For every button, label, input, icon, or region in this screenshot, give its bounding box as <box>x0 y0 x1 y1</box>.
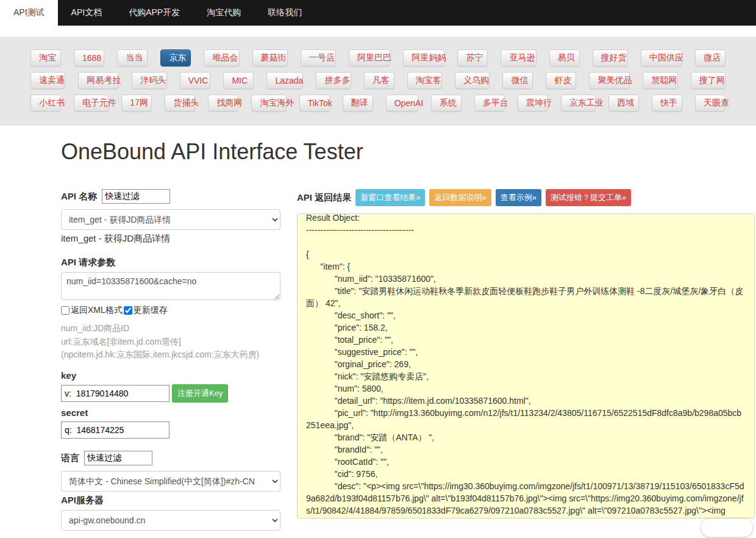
platform-button[interactable]: 系统 <box>431 95 462 112</box>
xml-format-checkbox[interactable] <box>61 306 70 315</box>
platform-button[interactable]: 京东 <box>160 49 191 66</box>
api-server-label: API服务器 <box>61 495 280 506</box>
platform-button[interactable]: 淘宝客 <box>407 72 442 89</box>
platform-section: 淘宝1688当当京东唯品会蘑菇街一号店阿里巴巴阿里妈妈苏宁亚马逊易贝搜好货中国供… <box>0 37 756 126</box>
platform-button[interactable]: 亚马逊 <box>501 49 536 66</box>
platform-button[interactable]: 阿里巴巴 <box>349 49 390 66</box>
platform-button[interactable]: 义乌购 <box>455 72 490 89</box>
params-help-text: num_iid:JD商品ID url:京东域名[非item.jd.com需传] … <box>61 322 280 362</box>
api-name-filter-input[interactable] <box>102 189 170 204</box>
refresh-cache-option[interactable]: 更新缓存 <box>124 305 168 316</box>
platform-button[interactable]: 震坤行 <box>518 95 548 112</box>
platform-button[interactable]: 网易考拉 <box>78 72 119 89</box>
xml-format-label: 返回XML格式 <box>71 305 123 316</box>
language-label: 语言 <box>61 453 79 464</box>
platform-button[interactable]: 聚美优品 <box>589 72 630 89</box>
platform-button[interactable]: 小红书 <box>30 95 61 112</box>
request-params-input[interactable]: num_iid=10335871600&cache=no <box>61 272 280 300</box>
platform-button[interactable]: 电子元件 <box>74 95 109 112</box>
api-method-select[interactable]: item_get - 获得JD商品详情 <box>61 209 280 230</box>
api-name-label: API 名称 <box>61 191 97 203</box>
result-action-button-3[interactable]: 测试报错？提交工单» <box>546 189 631 206</box>
request-form: API 名称 item_get - 获得JD商品详情 item_get - 获得… <box>61 189 280 538</box>
main-content: OneBound API Interface Tester API 名称 ite… <box>0 126 756 538</box>
platform-button[interactable]: 京东工业 <box>561 95 596 112</box>
platform-button[interactable]: 天眼查 <box>695 95 726 112</box>
platform-button[interactable]: 搜好货 <box>593 49 628 66</box>
result-action-button-2[interactable]: 查看示例» <box>496 189 541 206</box>
platform-button[interactable]: 17网 <box>121 95 152 112</box>
platform-button[interactable]: 阿里妈妈 <box>403 49 444 66</box>
platform-button[interactable]: 唯品会 <box>204 49 239 66</box>
platform-button[interactable]: 快手 <box>652 95 682 112</box>
api-server-select[interactable]: api-gw.onebound.cn <box>61 510 280 531</box>
key-input[interactable] <box>61 385 169 402</box>
platform-button[interactable]: 多平台 <box>474 95 505 112</box>
refresh-cache-label: 更新缓存 <box>134 305 168 316</box>
register-key-button[interactable]: 注册开通Key <box>172 384 228 403</box>
platform-button[interactable]: OpenAI <box>386 95 418 112</box>
platform-button[interactable]: 搜了网 <box>691 72 726 89</box>
platform-button[interactable]: MIC <box>223 72 254 89</box>
secret-input[interactable] <box>61 421 169 439</box>
platform-button[interactable]: 凡客 <box>364 72 394 89</box>
api-method-caption: item_get - 获得JD商品详情 <box>61 233 280 245</box>
platform-button[interactable]: 淘宝 <box>30 49 61 66</box>
nav-item-taobao-agent[interactable]: 淘宝代购 <box>193 0 254 26</box>
nav-item-agent-app-dev[interactable]: 代购APP开发 <box>115 0 193 26</box>
result-action-button-1[interactable]: 返回数据说明» <box>429 189 491 206</box>
result-label: API 返回结果 <box>297 192 351 204</box>
page-title: OneBound API Interface Tester <box>61 139 755 165</box>
top-nav: API测试API文档代购APP开发淘宝代购联络我们 <box>0 0 756 26</box>
platform-button[interactable]: Lazada <box>266 72 303 89</box>
platform-button[interactable]: 虾皮 <box>546 72 576 89</box>
platform-button[interactable]: 洋码头 <box>132 72 166 89</box>
platform-button[interactable]: 找商网 <box>208 95 238 112</box>
platform-button[interactable]: 淘宝海外 <box>251 95 286 112</box>
result-panel: API 返回结果 新窗口查看结果»返回数据说明»查看示例»测试报错？提交工单» … <box>297 189 755 538</box>
xml-format-option[interactable]: 返回XML格式 <box>61 305 123 316</box>
secret-label: secret <box>61 407 280 418</box>
result-output[interactable]: Result Object: -------------------------… <box>297 213 755 518</box>
platform-button[interactable]: 翻译 <box>343 95 373 112</box>
result-action-button-0[interactable]: 新窗口查看结果» <box>355 189 425 206</box>
language-filter-input[interactable] <box>84 451 152 465</box>
platform-button[interactable]: VVIC <box>180 72 211 89</box>
platform-button[interactable]: 当当 <box>117 49 148 66</box>
platform-button[interactable]: 货捕头 <box>165 95 195 112</box>
nav-item-api-docs[interactable]: API文档 <box>58 0 116 26</box>
refresh-cache-checkbox[interactable] <box>124 306 132 315</box>
platform-button[interactable]: 西域 <box>608 95 639 112</box>
platform-button[interactable]: TikTok <box>299 95 330 112</box>
platform-button[interactable]: 微店 <box>695 49 726 66</box>
platform-button[interactable]: 苏宁 <box>457 49 488 66</box>
nav-item-contact-us[interactable]: 联络我们 <box>254 0 315 26</box>
key-label: key <box>61 370 280 381</box>
params-label: API 请求参数 <box>61 257 280 268</box>
platform-button[interactable]: 拼多多 <box>316 72 351 89</box>
nav-item-api-test[interactable]: API测试 <box>0 0 58 26</box>
platform-button[interactable]: 易贝 <box>549 49 580 66</box>
platform-button[interactable]: 蘑菇街 <box>252 49 288 66</box>
language-select[interactable]: 简体中文 - Chinese Simplified(中文[简体])#zh-CN <box>61 471 280 492</box>
platform-button[interactable]: 慧聪网 <box>643 72 677 89</box>
result-json-text: Result Object: -------------------------… <box>306 213 746 517</box>
chat-widget[interactable] <box>701 518 752 537</box>
platform-button[interactable]: 微信 <box>502 72 533 89</box>
platform-button[interactable]: 1688 <box>74 49 104 66</box>
platform-button[interactable]: 速卖通 <box>30 72 65 89</box>
platform-button[interactable]: 中国供应 <box>641 49 682 66</box>
platform-button[interactable]: 一号店 <box>301 49 336 66</box>
